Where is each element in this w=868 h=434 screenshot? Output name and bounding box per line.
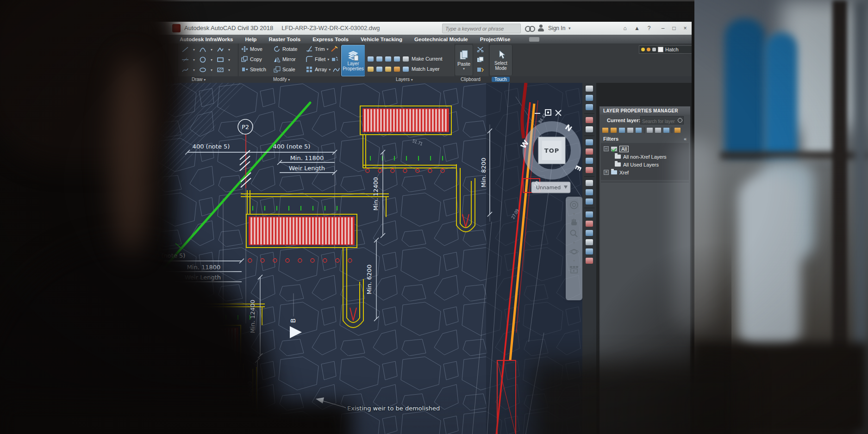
toolbar-icon[interactable] <box>586 198 593 205</box>
toolbar-icon[interactable] <box>586 139 593 145</box>
dialog-icon[interactable] <box>663 128 669 133</box>
tree-item-non-xref[interactable]: All non-Xref Layers <box>604 153 689 161</box>
toolbar-icon[interactable] <box>586 239 593 245</box>
layers-panel-label[interactable]: Layers ▾ <box>396 77 413 82</box>
collapse-icon[interactable]: – <box>604 146 609 151</box>
toolbar-icon[interactable] <box>586 117 593 123</box>
search-icon[interactable] <box>525 26 532 31</box>
fillet-button[interactable]: Fillet <box>315 56 325 62</box>
xline-tool-icon[interactable] <box>181 56 189 63</box>
hatch-tool-icon[interactable] <box>217 67 224 73</box>
minimize-button[interactable]: – <box>658 24 668 32</box>
store-icon[interactable]: ⌂ <box>620 24 630 32</box>
toolbar-icon[interactable] <box>586 104 593 110</box>
menu-item-infraworks[interactable]: Autodesk InfraWorks <box>180 37 233 42</box>
move-button[interactable]: Move <box>250 46 262 52</box>
layer-combo[interactable]: Hatch ▾ <box>639 45 692 54</box>
arc-tool-icon[interactable] <box>199 46 206 53</box>
toolbar-icon[interactable] <box>586 230 593 236</box>
settings-icon[interactable] <box>655 128 661 133</box>
layer-walk-icon[interactable] <box>368 67 374 72</box>
sign-in-button[interactable]: Sign In <box>548 25 565 31</box>
modify-panel-label[interactable]: Modify ▾ <box>273 77 290 82</box>
circle-tool-icon[interactable] <box>199 56 206 63</box>
toolbar-icon[interactable] <box>586 167 593 173</box>
orbit-caret-icon[interactable]: ▾ <box>573 259 575 263</box>
alert-icon[interactable]: ▲ <box>632 24 642 32</box>
infocenter-search[interactable] <box>442 24 521 33</box>
copy-clip-icon[interactable] <box>477 56 484 62</box>
isolate-icon[interactable] <box>674 128 681 133</box>
ribbon-display-icon[interactable] <box>529 37 539 42</box>
explode-icon[interactable] <box>331 56 338 62</box>
toolbar-icon[interactable] <box>586 221 593 227</box>
set-current-icon[interactable] <box>636 128 642 133</box>
toolbar-icon[interactable] <box>586 149 593 155</box>
layer-search-box[interactable] <box>640 116 684 124</box>
make-current-button[interactable]: Make Current <box>412 56 443 62</box>
view-name-tooltip[interactable]: Unnamed <box>531 182 570 193</box>
orbit-icon[interactable] <box>569 247 579 256</box>
make-current-icon[interactable] <box>403 56 409 62</box>
toolbar-icon[interactable] <box>586 180 593 186</box>
array-icon[interactable] <box>306 66 313 73</box>
array-button[interactable]: Array <box>315 67 327 72</box>
sign-in-caret-icon[interactable]: ▾ <box>568 26 571 31</box>
layer-off-icon[interactable] <box>368 56 374 62</box>
cad-canvas[interactable]: P2 400 (note 5) 400 (note 5) Min. 11800 … <box>93 83 582 434</box>
draw-panel-label[interactable]: Draw ▾ <box>192 77 206 82</box>
autocad-app-icon[interactable] <box>172 24 181 32</box>
layer-search-input[interactable] <box>641 118 677 124</box>
move-icon[interactable] <box>241 46 248 52</box>
layer-isolate-icon[interactable] <box>376 56 382 62</box>
collapse-tree-icon[interactable]: « <box>684 136 687 142</box>
layer-properties-button[interactable]: Layer Properties <box>341 45 365 76</box>
pan-icon[interactable] <box>569 218 579 227</box>
menu-item-geotechnical[interactable]: Geotechnical Module <box>414 37 468 42</box>
palette-title[interactable]: LAYER PROPERTIES MANAGER <box>599 106 690 115</box>
mirror-button[interactable]: Mirror <box>282 56 296 62</box>
layer-unlock-icon[interactable] <box>394 56 400 62</box>
match-layer-icon[interactable] <box>403 67 409 72</box>
toolbar-icon[interactable] <box>586 211 593 217</box>
layer-vpfreeze-icon[interactable] <box>376 67 382 72</box>
navbar-caret-icon[interactable]: ▾ <box>573 212 575 216</box>
cut-icon[interactable] <box>477 46 484 52</box>
match-layer-button[interactable]: Match Layer <box>412 66 440 72</box>
tree-item-used[interactable]: All Used Layers <box>604 161 689 168</box>
views-panel-label[interactable]: Views <box>148 77 161 82</box>
stretch-button[interactable]: Stretch <box>250 67 266 72</box>
toolbar-icon[interactable] <box>586 86 593 92</box>
menu-item-projectwise[interactable]: ProjectWise <box>480 37 511 42</box>
pedit-icon[interactable] <box>332 66 340 73</box>
mirror-icon[interactable] <box>274 56 281 62</box>
full-navigation-wheel-icon[interactable] <box>569 200 579 210</box>
help-icon[interactable]: ? <box>644 24 654 32</box>
ellipse-tool-icon[interactable] <box>199 67 206 73</box>
stretch-icon[interactable] <box>241 66 248 73</box>
line-tool-icon[interactable] <box>181 46 189 53</box>
clipboard-panel-label[interactable]: Clipboard <box>461 77 481 82</box>
scale-icon[interactable] <box>274 66 281 73</box>
zoom-caret-icon[interactable]: ▾ <box>573 241 575 245</box>
restore-button[interactable]: □ <box>669 24 679 32</box>
close-button[interactable]: × <box>681 24 690 32</box>
viewcube-top-face[interactable]: TOP <box>544 147 559 154</box>
toolbar-icon[interactable] <box>586 189 593 195</box>
polyline-tool-icon[interactable] <box>217 46 224 53</box>
expand-icon[interactable]: + <box>604 170 609 175</box>
rectangle-tool-icon[interactable] <box>217 56 224 63</box>
toolbar-icon[interactable] <box>586 258 593 264</box>
layer-state-icon[interactable] <box>602 128 608 133</box>
layer-list-body[interactable] <box>601 182 689 381</box>
new-layer-icon[interactable] <box>611 128 617 133</box>
drawing-viewport[interactable]: P2 400 (note 5) 400 (note 5) Min. 11800 … <box>93 83 692 434</box>
toolbar-icon[interactable] <box>586 95 593 101</box>
trim-icon[interactable] <box>306 46 313 52</box>
showmotion-icon[interactable] <box>569 265 579 273</box>
layer-color-swatch[interactable] <box>658 47 663 52</box>
scale-button[interactable]: Scale <box>282 67 295 72</box>
menu-item-vehicle-tracking[interactable]: Vehicle Tracking <box>361 37 402 42</box>
layer-delete-icon[interactable] <box>394 67 400 72</box>
zoom-icon[interactable] <box>569 229 579 238</box>
